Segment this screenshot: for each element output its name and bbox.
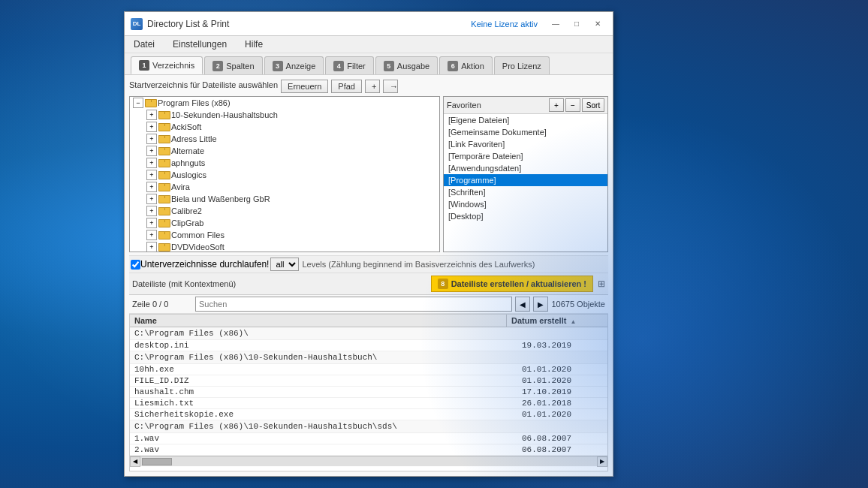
fav-sort-button[interactable]: Sort xyxy=(582,98,604,112)
subdir-checkbox[interactable] xyxy=(131,260,140,270)
scroll-track[interactable] xyxy=(140,458,597,465)
tree-item[interactable]: + Biela und Waßenberg GbR xyxy=(130,193,439,205)
scroll-left-btn[interactable]: ◀ xyxy=(130,456,140,467)
menu-hilfe[interactable]: Hilfe xyxy=(242,38,266,51)
tab-ausgabe[interactable]: 5 Ausgabe xyxy=(375,56,438,74)
expand-btn[interactable]: + xyxy=(146,218,157,228)
tree-item[interactable]: + AckiSoft xyxy=(130,121,439,133)
file-table[interactable]: Name Datum erstellt ▲ C:\Program Files (… xyxy=(129,314,608,471)
expand-btn[interactable]: + xyxy=(146,170,157,180)
folder-icon xyxy=(158,159,169,167)
fav-item[interactable]: [Eigene Dateien] xyxy=(444,114,607,126)
expand-btn[interactable]: + xyxy=(146,158,157,168)
expand-btn[interactable]: + xyxy=(146,122,157,132)
tree-label: Common Files xyxy=(171,230,225,239)
file-date: 06.08.2007 xyxy=(517,433,607,444)
tab-label-filter: Filter xyxy=(347,62,365,71)
tree-item[interactable]: + Calibre2 xyxy=(130,205,439,217)
file-date: 17.10.2019 xyxy=(517,387,607,397)
fav-item[interactable]: [Programme] xyxy=(444,174,607,186)
tab-prolizenz[interactable]: Pro Lizenz xyxy=(494,56,550,74)
tab-num-2: 2 xyxy=(212,61,223,71)
tree-label: Calibre2 xyxy=(171,206,202,215)
expand-btn[interactable]: + xyxy=(146,146,157,156)
close-button[interactable]: ✕ xyxy=(589,17,607,31)
col-name-header[interactable]: Name xyxy=(130,315,507,327)
fav-remove-button[interactable]: − xyxy=(565,98,580,112)
tab-aktion[interactable]: 6 Aktion xyxy=(439,56,493,74)
tab-filter[interactable]: 4 Filter xyxy=(325,56,373,74)
minimize-button[interactable]: — xyxy=(547,17,565,31)
tree-label: ClipGrab xyxy=(171,218,203,227)
table-row[interactable]: FILE_ID.DIZ 01.01.2020 xyxy=(130,375,607,387)
fav-item[interactable]: [Windows] xyxy=(444,198,607,210)
prev-nav-button[interactable]: ◀ xyxy=(515,297,530,312)
expand-btn-root[interactable]: − xyxy=(133,98,143,108)
table-row[interactable]: Sicherheitskopie.exe 01.01.2020 xyxy=(130,409,607,420)
create-list-button[interactable]: 8 Dateiliste erstellen / aktualisieren ! xyxy=(431,276,593,292)
fav-item[interactable]: [Link Favoriten] xyxy=(444,138,607,150)
tab-anzeige[interactable]: 3 Anzeige xyxy=(264,56,324,74)
grid-icon[interactable]: ⊞ xyxy=(598,279,605,289)
fav-item[interactable]: [Temporäre Dateien] xyxy=(444,150,607,162)
window-title: Directory List & Print xyxy=(147,19,229,29)
horizontal-scrollbar[interactable]: ◀ ▶ xyxy=(130,456,607,466)
tree-item[interactable]: + ClipGrab xyxy=(130,217,439,229)
fav-add-button[interactable]: + xyxy=(549,98,564,112)
expand-btn[interactable]: + xyxy=(146,230,157,240)
checkbox-levels-row: Unterverzeichnisse durchlaufen! all 1 2 … xyxy=(129,255,608,273)
menu-einstellungen[interactable]: Einstellungen xyxy=(170,38,230,51)
table-row[interactable]: 10hh.exe 01.01.2020 xyxy=(130,364,607,375)
file-name: FILE_ID.DIZ xyxy=(130,375,517,386)
filelist-actions: 8 Dateiliste erstellen / aktualisieren !… xyxy=(431,276,605,292)
folder-icon xyxy=(158,219,169,227)
tab-verzeichnis[interactable]: 1 Verzeichnis xyxy=(131,56,203,74)
maximize-button[interactable]: □ xyxy=(568,17,586,31)
table-row[interactable]: 2.wav 06.08.2007 xyxy=(130,444,607,456)
arrow-button[interactable]: → xyxy=(383,80,398,93)
tree-scroll[interactable]: − Program Files (x86) + 10-Sekunden-Haus… xyxy=(130,97,439,252)
path-button[interactable]: Pfad xyxy=(331,80,362,93)
levels-select[interactable]: all 1 2 3 4 5 xyxy=(270,258,299,271)
tab-label-verzeichnis: Verzeichnis xyxy=(152,61,194,70)
scroll-thumb[interactable] xyxy=(142,458,172,465)
table-row[interactable]: 1.wav 06.08.2007 xyxy=(130,433,607,444)
tree-item[interactable]: + Adress Little xyxy=(130,133,439,145)
tree-item-root[interactable]: − Program Files (x86) xyxy=(130,97,439,109)
tree-item[interactable]: + Avira xyxy=(130,181,439,193)
expand-btn[interactable]: + xyxy=(146,242,157,252)
tree-item[interactable]: + Common Files xyxy=(130,229,439,241)
expand-btn[interactable]: + xyxy=(146,182,157,192)
table-row[interactable]: Liesmich.txt 26.01.2018 xyxy=(130,398,607,409)
favorites-label: Favoriten xyxy=(447,101,481,110)
titlebar-left: DL Directory List & Print xyxy=(131,18,229,30)
plus-button[interactable]: + xyxy=(365,80,380,93)
tab-spalten[interactable]: 2 Spalten xyxy=(204,56,262,74)
fav-item[interactable]: [Schriften] xyxy=(444,186,607,198)
tree-item[interactable]: + 10-Sekunden-Haushaltsbuch xyxy=(130,109,439,121)
folder-icon xyxy=(158,195,169,203)
col-date-header[interactable]: Datum erstellt ▲ xyxy=(507,315,597,327)
fav-item[interactable]: [Desktop] xyxy=(444,210,607,222)
tree-item[interactable]: + Alternate xyxy=(130,145,439,157)
tree-label: Adress Little xyxy=(171,134,217,143)
menu-datei[interactable]: Datei xyxy=(131,38,158,51)
fav-item[interactable]: [Anwendungsdaten] xyxy=(444,162,607,174)
scroll-right-btn[interactable]: ▶ xyxy=(597,456,607,467)
table-row[interactable]: desktop.ini 19.03.2019 xyxy=(130,340,607,351)
app-icon: DL xyxy=(131,18,143,30)
search-input[interactable] xyxy=(195,297,512,312)
expand-btn[interactable]: + xyxy=(146,206,157,216)
table-row[interactable]: haushalt.chm 17.10.2019 xyxy=(130,387,607,398)
next-nav-button[interactable]: ▶ xyxy=(533,297,548,312)
tree-label: Alternate xyxy=(171,146,204,155)
expand-btn[interactable]: + xyxy=(146,194,157,204)
expand-btn[interactable]: + xyxy=(146,110,157,120)
tree-item[interactable]: + aphnguts xyxy=(130,157,439,169)
renew-button[interactable]: Erneuern xyxy=(281,80,328,93)
tree-item[interactable]: + Auslogics xyxy=(130,169,439,181)
expand-btn[interactable]: + xyxy=(146,134,157,144)
favorites-list: [Eigene Dateien][Gemeinsame Dokumente][L… xyxy=(444,114,607,252)
tree-item[interactable]: + DVDVideoSoft xyxy=(130,241,439,252)
fav-item[interactable]: [Gemeinsame Dokumente] xyxy=(444,126,607,138)
